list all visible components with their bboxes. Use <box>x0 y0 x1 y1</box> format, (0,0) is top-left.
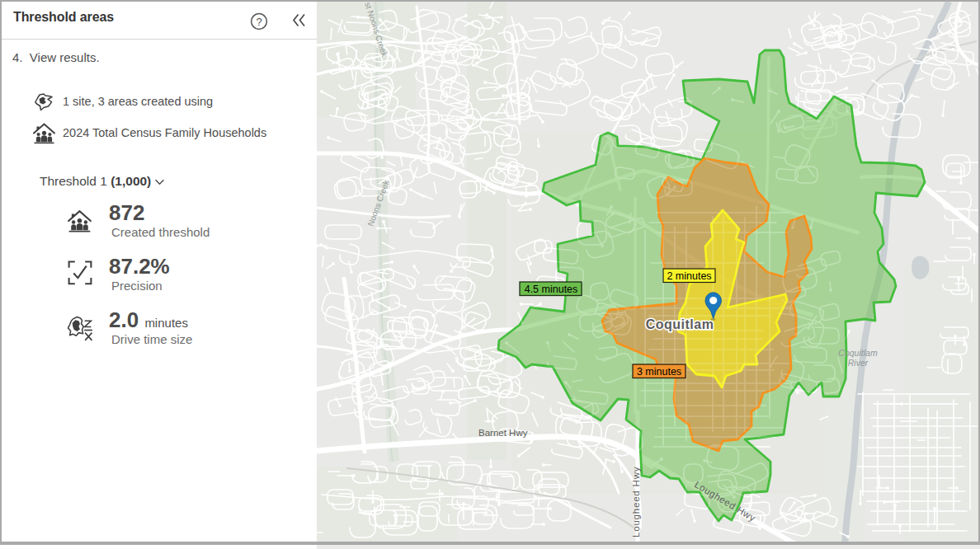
svg-text:Barnet Hwy: Barnet Hwy <box>478 428 528 438</box>
svg-text:4.5 minutes: 4.5 minutes <box>525 284 578 295</box>
svg-text:2 minutes: 2 minutes <box>667 270 711 282</box>
svg-text:Lougheed Hwy: Lougheed Hwy <box>631 467 641 537</box>
svg-text:Coquitlam: Coquitlam <box>838 348 878 358</box>
svg-text:?: ? <box>256 16 261 28</box>
svg-text:Coquitlam: Coquitlam <box>646 317 714 331</box>
svg-text:3 minutes: 3 minutes <box>637 366 681 378</box>
svg-text:River: River <box>848 358 869 368</box>
